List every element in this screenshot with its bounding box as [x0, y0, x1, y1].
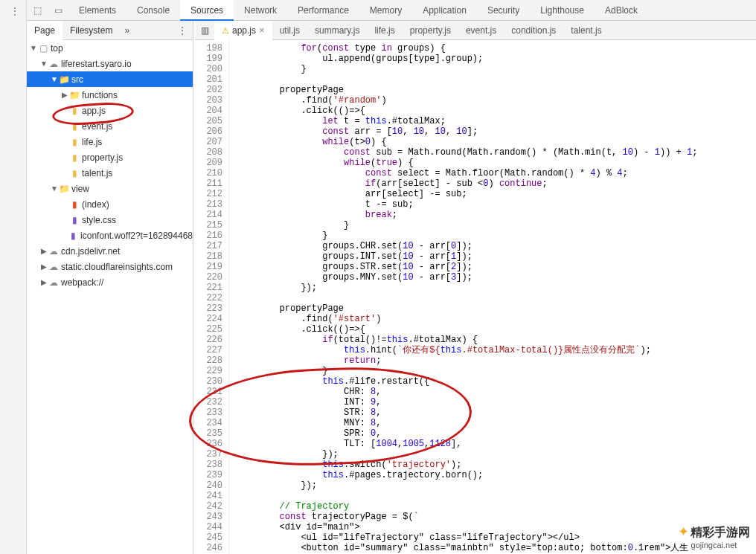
- panel-tab-security[interactable]: Security: [477, 0, 530, 21]
- more-icon[interactable]: ⋮: [0, 0, 26, 16]
- tree-node[interactable]: ▮app.js: [27, 103, 193, 118]
- disclosure-triangle-icon[interactable]: ▼: [40, 59, 48, 68]
- editor-tab-label: condition.js: [511, 21, 556, 40]
- tree-node-label: life.js: [82, 137, 102, 147]
- tree-node[interactable]: ▶☁cdn.jsdelivr.net: [27, 243, 193, 259]
- panel-tab-lighthouse[interactable]: Lighthouse: [530, 0, 595, 21]
- disclosure-triangle-icon[interactable]: ▶: [40, 262, 48, 271]
- js-icon: ▮: [68, 121, 80, 132]
- editor-tab-label: app.js: [232, 21, 256, 40]
- tree-node-label: property.js: [82, 152, 123, 163]
- panel-tab-application[interactable]: Application: [412, 0, 477, 21]
- editor-tab[interactable]: talent.js: [563, 21, 609, 40]
- tree-node-label: top: [51, 43, 63, 54]
- tree-node[interactable]: ▶☁static.cloudflareinsights.com: [27, 259, 193, 274]
- tree-node-label: liferestart.syaro.io: [61, 59, 132, 69]
- editor-tab[interactable]: summary.js: [307, 21, 367, 40]
- tree-node-label: event.js: [82, 121, 112, 132]
- cloud-icon: ☁: [48, 246, 60, 257]
- disclosure-triangle-icon[interactable]: ▶: [40, 247, 48, 255]
- show-navigator-icon[interactable]: ▥: [195, 25, 214, 36]
- panel-tab-performance[interactable]: Performance: [287, 0, 359, 21]
- panel-tab-console[interactable]: Console: [126, 0, 180, 21]
- inspect-icon[interactable]: ⬚: [27, 5, 48, 16]
- line-number-gutter: 198 199 200 201 202 203 204 205 206 207 …: [195, 40, 229, 554]
- tree-node[interactable]: ▶☁webpack://: [27, 274, 193, 290]
- cloud-icon: ☁: [48, 277, 60, 288]
- js-icon: ▮: [68, 168, 80, 178]
- editor-tab-label: life.js: [374, 21, 394, 40]
- tree-node-label: (index): [82, 199, 109, 210]
- cloud-icon: ☁: [48, 262, 60, 272]
- editor-tab[interactable]: property.js: [403, 21, 458, 40]
- editor-tab-strip: ▥ ⚠app.js×util.jssummary.jslife.jsproper…: [195, 21, 756, 40]
- tree-node-label: cdn.jsdelivr.net: [61, 246, 120, 257]
- code-editor[interactable]: 198 199 200 201 202 203 204 205 206 207 …: [195, 40, 756, 554]
- disclosure-triangle-icon[interactable]: ▼: [30, 44, 37, 52]
- disclosure-triangle-icon[interactable]: ▶: [61, 91, 68, 99]
- tree-node[interactable]: ▶📁functions: [27, 87, 193, 103]
- navigator-more-icon[interactable]: ⋮: [172, 25, 193, 36]
- tree-node-label: style.css: [82, 215, 116, 225]
- tree-node[interactable]: ▮talent.js: [27, 165, 193, 181]
- panel-tab-network[interactable]: Network: [234, 0, 287, 21]
- disclosure-triangle-icon[interactable]: ▼: [51, 184, 58, 193]
- editor-tab-label: talent.js: [571, 21, 601, 40]
- cloud-icon: ☁: [48, 59, 60, 69]
- tree-node-label: iconfont.woff2?t=162894468: [80, 231, 193, 241]
- disclosure-triangle-icon[interactable]: ▶: [40, 278, 48, 286]
- frame-icon: ▢: [37, 43, 49, 54]
- folder-blue-icon: 📁: [58, 74, 70, 85]
- js-icon: ▮: [68, 106, 80, 116]
- panel-tab-memory[interactable]: Memory: [359, 0, 412, 21]
- font-icon: ▮: [68, 231, 79, 241]
- tree-node[interactable]: ▮style.css: [27, 212, 193, 228]
- code-content[interactable]: for(const type in groups) { ul.append(gr…: [229, 40, 756, 554]
- tree-node-label: view: [71, 184, 89, 194]
- tree-node[interactable]: ▼📁view: [27, 181, 193, 196]
- panel-tab-adblock[interactable]: AdBlock: [595, 0, 648, 21]
- tree-node-label: functions: [82, 90, 118, 100]
- tree-node[interactable]: ▼📁src: [27, 71, 193, 87]
- js-icon: ▮: [68, 152, 80, 163]
- editor-tab[interactable]: condition.js: [504, 21, 563, 40]
- tree-node-label: talent.js: [82, 168, 112, 178]
- editor-tab-label: summary.js: [315, 21, 359, 40]
- tree-node[interactable]: ▮(index): [27, 196, 193, 212]
- tree-node[interactable]: ▮life.js: [27, 134, 193, 149]
- tree-node-label: static.cloudflareinsights.com: [61, 262, 173, 272]
- tree-node-label: webpack://: [61, 277, 103, 288]
- device-toolbar-icon[interactable]: ▭: [48, 5, 68, 16]
- folder-blue-icon: 📁: [58, 184, 70, 194]
- close-icon[interactable]: ×: [259, 21, 265, 40]
- folder-blue-icon: 📁: [68, 90, 80, 100]
- file-tree: ▼▢top▼☁liferestart.syaro.io▼📁src▶📁functi…: [27, 40, 193, 554]
- editor-tab-label: property.js: [410, 21, 451, 40]
- navigator-tab-filesystem[interactable]: Filesystem: [63, 21, 120, 40]
- panel-tab-sources[interactable]: Sources: [180, 0, 234, 21]
- editor-tab[interactable]: life.js: [367, 21, 402, 40]
- editor-tab[interactable]: event.js: [458, 21, 504, 40]
- panel-tab-elements[interactable]: Elements: [68, 0, 126, 21]
- editor-tab-label: event.js: [466, 21, 496, 40]
- tree-node[interactable]: ▮event.js: [27, 118, 193, 134]
- tree-node[interactable]: ▼☁liferestart.syaro.io: [27, 56, 193, 71]
- warning-icon: ⚠: [222, 21, 229, 40]
- editor-tab-label: util.js: [280, 21, 300, 40]
- overflow-chevron-icon[interactable]: »: [120, 25, 134, 36]
- tree-node-label: app.js: [82, 106, 106, 116]
- js-icon: ▮: [68, 137, 80, 147]
- disclosure-triangle-icon[interactable]: ▼: [51, 75, 58, 83]
- editor-tab[interactable]: util.js: [272, 21, 307, 40]
- html-icon: ▮: [68, 199, 80, 210]
- navigator-tabs: PageFilesystem » ⋮: [27, 21, 193, 40]
- tree-node-label: src: [71, 74, 83, 85]
- tree-node[interactable]: ▮iconfont.woff2?t=162894468: [27, 228, 193, 243]
- editor-tab[interactable]: ⚠app.js×: [214, 21, 272, 40]
- css-icon: ▮: [68, 215, 80, 225]
- tree-node[interactable]: ▼▢top: [27, 40, 193, 56]
- devtools-panel-tabs: ⬚ ▭ ElementsConsoleSourcesNetworkPerform…: [27, 0, 756, 21]
- tree-node[interactable]: ▮property.js: [27, 149, 193, 165]
- devtools-left-rail: ⋮: [0, 0, 27, 554]
- navigator-tab-page[interactable]: Page: [27, 21, 63, 40]
